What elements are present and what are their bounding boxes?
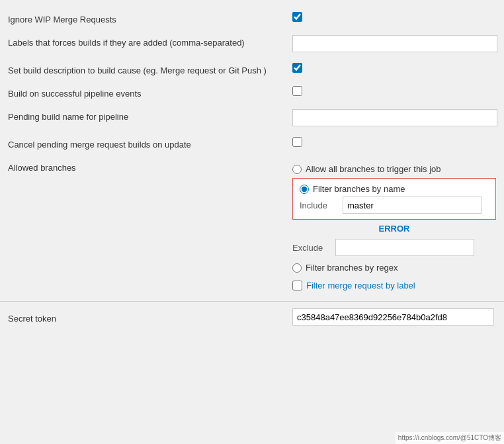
cancel-pending-row: Cancel pending merge request builds on u… [0,132,504,155]
filter-merge-option: Filter merge request by label [292,277,496,294]
build-pipeline-label: Build on successful pipeline events [8,86,292,99]
build-pipeline-row: Build on successful pipeline events [0,81,504,104]
include-row: Include [300,197,489,214]
filter-regex-option: Filter branches by regex [292,259,496,277]
pending-build-name-input[interactable] [292,109,497,126]
labels-force-row: Labels that forces builds if they are ad… [0,30,504,58]
include-input[interactable] [343,197,482,214]
exclude-row: Exclude [292,236,496,259]
filter-by-name-radio[interactable] [300,185,309,194]
cancel-pending-control [292,137,496,147]
labels-force-label: Labels that forces builds if they are ad… [8,35,292,48]
filter-merge-label: Filter merge request by label [306,281,415,290]
ignore-wip-label: Ignore WIP Merge Requests [8,12,292,24]
allow-all-label: Allow all branches to trigger this job [306,164,441,174]
set-build-desc-row: Set build description to build cause (eg… [0,58,504,81]
filter-by-name-label: Filter branches by name [313,184,405,194]
labels-force-control [292,35,497,52]
set-build-desc-checkbox[interactable] [292,63,302,73]
cancel-pending-checkbox[interactable] [292,137,302,147]
filter-merge-checkbox[interactable] [292,281,302,290]
separator [0,301,504,302]
include-label: Include [300,200,336,210]
set-build-desc-control [292,63,496,73]
build-pipeline-checkbox[interactable] [292,86,302,96]
allowed-branches-section: Allowed branches Allow all branches to t… [0,155,504,300]
pending-build-name-control [292,109,497,126]
settings-form: Ignore WIP Merge Requests Labels that fo… [0,0,504,337]
pending-build-name-label: Pending build name for pipeline [8,109,292,122]
cancel-pending-label: Cancel pending merge request builds on u… [8,137,292,150]
secret-token-label: Secret token [8,311,292,324]
labels-force-input[interactable] [292,35,497,52]
filter-by-name-radio-row: Filter branches by name [300,184,489,194]
filter-regex-radio[interactable] [292,263,302,273]
allow-all-radio[interactable] [292,165,302,174]
allow-all-option: Allow all branches to trigger this job [292,160,496,178]
filter-by-name-box: Filter branches by name Include [292,178,496,220]
allowed-branches-label: Allowed branches [8,160,292,173]
ignore-wip-control [292,12,496,22]
filter-regex-label: Filter branches by regex [306,263,398,273]
watermark: https://i.cnblogs.com/@51CTO博客 [396,432,504,444]
exclude-label: Exclude [292,243,329,253]
error-text: ERROR [292,221,496,236]
pending-build-name-row: Pending build name for pipeline [0,104,504,132]
exclude-input[interactable] [335,239,474,256]
set-build-desc-label: Set build description to build cause (eg… [8,63,292,75]
ignore-wip-checkbox[interactable] [292,12,302,22]
branches-options: Allow all branches to trigger this job F… [292,160,496,294]
secret-token-input[interactable] [292,308,494,326]
build-pipeline-control [292,86,496,96]
ignore-wip-row: Ignore WIP Merge Requests [0,7,504,30]
secret-token-row: Secret token [0,303,504,331]
